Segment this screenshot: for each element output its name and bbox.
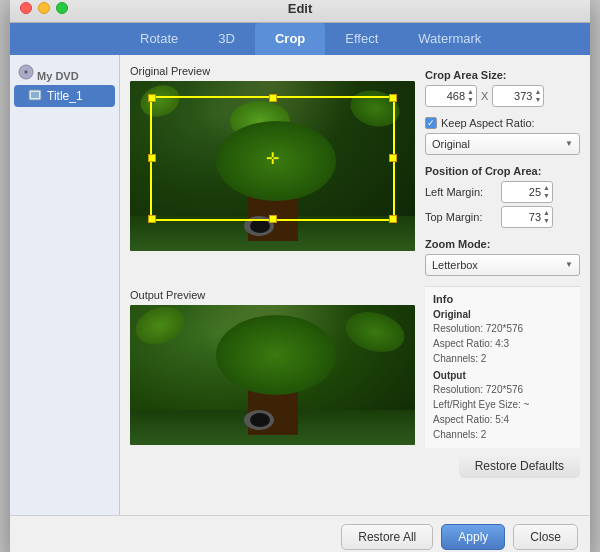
- sidebar-group-label: My DVD: [10, 60, 119, 84]
- crop-handle-bm[interactable]: [269, 215, 277, 223]
- crop-handle-br[interactable]: [389, 215, 397, 223]
- restore-defaults-container: Restore Defaults: [425, 454, 580, 478]
- sidebar-item-label: Title_1: [47, 89, 83, 103]
- keep-aspect-ratio-group: ✓ Keep Aspect Ratio: Original ▼: [425, 117, 580, 155]
- info-original-channels: Channels: 2: [433, 351, 572, 366]
- svg-rect-4: [31, 92, 39, 98]
- left-margin-down[interactable]: ▼: [543, 192, 550, 199]
- minimize-traffic-light[interactable]: [38, 2, 50, 14]
- close-button[interactable]: Close: [513, 524, 578, 550]
- maximize-traffic-light[interactable]: [56, 2, 68, 14]
- restore-defaults-button[interactable]: Restore Defaults: [459, 454, 580, 478]
- x-separator: X: [481, 90, 488, 102]
- bottom-bar: Restore All Apply Close: [10, 515, 590, 553]
- info-original-aspect-ratio: Aspect Ratio: 4:3: [433, 336, 572, 351]
- info-output-eye: Left/Right Eye Size: ~: [433, 397, 572, 412]
- top-margin-up[interactable]: ▲: [543, 209, 550, 216]
- crop-width-up[interactable]: ▲: [467, 88, 474, 95]
- info-output-label: Output: [433, 370, 572, 381]
- position-group: Position of Crop Area: Left Margin: 25 ▲…: [425, 165, 580, 228]
- top-margin-arrows[interactable]: ▲ ▼: [543, 209, 550, 224]
- left-margin-row: Left Margin: 25 ▲ ▼: [425, 181, 580, 203]
- edit-window: Edit Rotate 3D Crop Effect Watermark My …: [10, 0, 590, 552]
- dark-hole: [250, 219, 270, 233]
- close-traffic-light[interactable]: [20, 2, 32, 14]
- crop-width-down[interactable]: ▼: [467, 96, 474, 103]
- crop-width-value: 468: [428, 90, 467, 102]
- info-output-resolution: Resolution: 720*576: [433, 382, 572, 397]
- top-margin-down[interactable]: ▼: [543, 217, 550, 224]
- left-margin-up[interactable]: ▲: [543, 184, 550, 191]
- sidebar-item-title1[interactable]: Title_1: [14, 85, 115, 107]
- svg-point-2: [25, 71, 27, 73]
- zoom-mode-arrow: ▼: [565, 260, 573, 269]
- info-output-channels: Channels: 2: [433, 427, 572, 442]
- crop-area-size-label: Crop Area Size:: [425, 69, 580, 81]
- original-video-canvas: ✛: [130, 81, 415, 251]
- keep-aspect-label: Keep Aspect Ratio:: [441, 117, 535, 129]
- titlebar: Edit: [10, 0, 590, 23]
- aspect-ratio-value: Original: [432, 138, 470, 150]
- top-margin-label: Top Margin:: [425, 211, 497, 223]
- crop-width-spinbox[interactable]: 468 ▲ ▼: [425, 85, 477, 107]
- crop-area-size-group: Crop Area Size: 468 ▲ ▼ X: [425, 69, 580, 107]
- tab-bar: Rotate 3D Crop Effect Watermark: [10, 23, 590, 55]
- sidebar-group-name: My DVD: [37, 70, 79, 82]
- output-video-canvas: [130, 305, 415, 445]
- aspect-ratio-arrow: ▼: [565, 139, 573, 148]
- output-leaf-1: [131, 305, 190, 350]
- tab-3d[interactable]: 3D: [198, 23, 255, 55]
- sidebar: My DVD Title_1: [10, 55, 120, 515]
- output-tree-crown: [216, 315, 336, 395]
- title-icon: [28, 89, 42, 103]
- keep-aspect-checkbox-row: ✓ Keep Aspect Ratio:: [425, 117, 580, 129]
- info-title: Info: [433, 293, 572, 305]
- zoom-mode-value: Letterbox: [432, 259, 478, 271]
- window-title: Edit: [288, 1, 313, 16]
- info-box: Info Original Resolution: 720*576 Aspect…: [425, 286, 580, 448]
- output-preview-video: ⏮ ▶ ⏭ ■ 📷 🔊: [130, 305, 415, 445]
- crop-height-down[interactable]: ▼: [534, 96, 541, 103]
- tab-watermark[interactable]: Watermark: [398, 23, 501, 55]
- output-forest-bg: [130, 305, 415, 445]
- main-content: My DVD Title_1 Original Preview: [10, 55, 590, 515]
- original-preview-video: ✛: [130, 81, 415, 251]
- disc-icon: [18, 64, 34, 80]
- original-preview-section: Original Preview: [130, 65, 415, 281]
- crop-handle-tr[interactable]: [389, 94, 397, 102]
- left-margin-value: 25: [504, 186, 543, 198]
- left-margin-spinbox[interactable]: 25 ▲ ▼: [501, 181, 553, 203]
- crop-handle-tl[interactable]: [148, 94, 156, 102]
- crop-handle-bl[interactable]: [148, 215, 156, 223]
- info-original-resolution: Resolution: 720*576: [433, 321, 572, 336]
- traffic-lights: [20, 2, 68, 14]
- top-margin-spinbox[interactable]: 73 ▲ ▼: [501, 206, 553, 228]
- top-margin-value: 73: [504, 211, 543, 223]
- tab-crop[interactable]: Crop: [255, 23, 325, 55]
- crop-height-arrows[interactable]: ▲ ▼: [534, 88, 541, 103]
- restore-all-button[interactable]: Restore All: [341, 524, 433, 550]
- crop-height-up[interactable]: ▲: [534, 88, 541, 95]
- keep-aspect-checkbox[interactable]: ✓: [425, 117, 437, 129]
- tab-rotate[interactable]: Rotate: [120, 23, 198, 55]
- left-margin-label: Left Margin:: [425, 186, 497, 198]
- aspect-ratio-select[interactable]: Original ▼: [425, 133, 580, 155]
- crop-handle-lm[interactable]: [148, 154, 156, 162]
- left-margin-arrows[interactable]: ▲ ▼: [543, 184, 550, 199]
- content-area: Original Preview: [120, 55, 590, 515]
- crop-handle-rm[interactable]: [389, 154, 397, 162]
- info-output-aspect-ratio: Aspect Ratio: 5:4: [433, 412, 572, 427]
- crop-overlay[interactable]: ✛: [150, 96, 395, 221]
- apply-button[interactable]: Apply: [441, 524, 505, 550]
- output-preview-section: Output Preview: [130, 289, 415, 505]
- zoom-mode-label: Zoom Mode:: [425, 238, 580, 250]
- tab-effect[interactable]: Effect: [325, 23, 398, 55]
- previews-column: Original Preview: [130, 65, 415, 505]
- crop-size-row: 468 ▲ ▼ X 373 ▲ ▼: [425, 85, 580, 107]
- position-label: Position of Crop Area:: [425, 165, 580, 177]
- forest-background: ✛: [130, 81, 415, 251]
- crop-width-arrows[interactable]: ▲ ▼: [467, 88, 474, 103]
- crop-height-spinbox[interactable]: 373 ▲ ▼: [492, 85, 544, 107]
- crop-handle-tm[interactable]: [269, 94, 277, 102]
- zoom-mode-select[interactable]: Letterbox ▼: [425, 254, 580, 276]
